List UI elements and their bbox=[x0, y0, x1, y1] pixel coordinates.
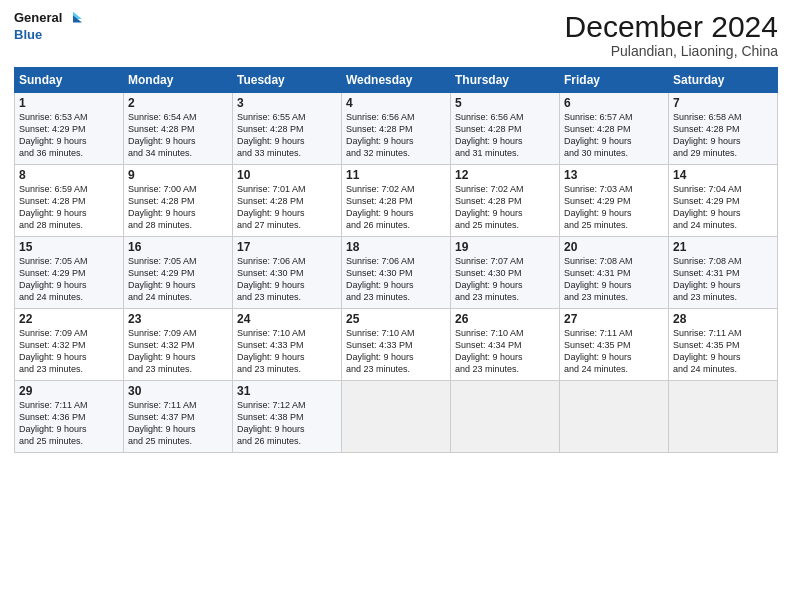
table-row: 12Sunrise: 7:02 AMSunset: 4:28 PMDayligh… bbox=[451, 165, 560, 237]
title-block: December 2024 Pulandian, Liaoning, China bbox=[565, 10, 778, 59]
table-row: 31Sunrise: 7:12 AMSunset: 4:38 PMDayligh… bbox=[233, 381, 342, 453]
col-monday: Monday bbox=[124, 68, 233, 93]
col-tuesday: Tuesday bbox=[233, 68, 342, 93]
calendar-row-5: 29Sunrise: 7:11 AMSunset: 4:36 PMDayligh… bbox=[15, 381, 778, 453]
table-row: 29Sunrise: 7:11 AMSunset: 4:36 PMDayligh… bbox=[15, 381, 124, 453]
calendar-header-row: Sunday Monday Tuesday Wednesday Thursday… bbox=[15, 68, 778, 93]
table-row: 22Sunrise: 7:09 AMSunset: 4:32 PMDayligh… bbox=[15, 309, 124, 381]
table-row: 7Sunrise: 6:58 AMSunset: 4:28 PMDaylight… bbox=[669, 93, 778, 165]
table-row: 14Sunrise: 7:04 AMSunset: 4:29 PMDayligh… bbox=[669, 165, 778, 237]
calendar-row-4: 22Sunrise: 7:09 AMSunset: 4:32 PMDayligh… bbox=[15, 309, 778, 381]
table-row bbox=[451, 381, 560, 453]
table-row: 27Sunrise: 7:11 AMSunset: 4:35 PMDayligh… bbox=[560, 309, 669, 381]
table-row: 11Sunrise: 7:02 AMSunset: 4:28 PMDayligh… bbox=[342, 165, 451, 237]
table-row bbox=[560, 381, 669, 453]
col-saturday: Saturday bbox=[669, 68, 778, 93]
table-row: 15Sunrise: 7:05 AMSunset: 4:29 PMDayligh… bbox=[15, 237, 124, 309]
table-row: 30Sunrise: 7:11 AMSunset: 4:37 PMDayligh… bbox=[124, 381, 233, 453]
table-row: 17Sunrise: 7:06 AMSunset: 4:30 PMDayligh… bbox=[233, 237, 342, 309]
col-sunday: Sunday bbox=[15, 68, 124, 93]
calendar-subtitle: Pulandian, Liaoning, China bbox=[565, 43, 778, 59]
calendar-table: Sunday Monday Tuesday Wednesday Thursday… bbox=[14, 67, 778, 453]
table-row: 18Sunrise: 7:06 AMSunset: 4:30 PMDayligh… bbox=[342, 237, 451, 309]
table-row: 10Sunrise: 7:01 AMSunset: 4:28 PMDayligh… bbox=[233, 165, 342, 237]
table-row: 3Sunrise: 6:55 AMSunset: 4:28 PMDaylight… bbox=[233, 93, 342, 165]
table-row: 2Sunrise: 6:54 AMSunset: 4:28 PMDaylight… bbox=[124, 93, 233, 165]
table-row bbox=[669, 381, 778, 453]
table-row: 13Sunrise: 7:03 AMSunset: 4:29 PMDayligh… bbox=[560, 165, 669, 237]
col-thursday: Thursday bbox=[451, 68, 560, 93]
calendar-row-1: 1Sunrise: 6:53 AMSunset: 4:29 PMDaylight… bbox=[15, 93, 778, 165]
calendar-title: December 2024 bbox=[565, 10, 778, 43]
table-row: 25Sunrise: 7:10 AMSunset: 4:33 PMDayligh… bbox=[342, 309, 451, 381]
table-row: 16Sunrise: 7:05 AMSunset: 4:29 PMDayligh… bbox=[124, 237, 233, 309]
table-row: 19Sunrise: 7:07 AMSunset: 4:30 PMDayligh… bbox=[451, 237, 560, 309]
table-row: 6Sunrise: 6:57 AMSunset: 4:28 PMDaylight… bbox=[560, 93, 669, 165]
page-header: General Blue December 2024 Pulandian, Li… bbox=[14, 10, 778, 59]
logo: General Blue bbox=[14, 10, 82, 42]
calendar-row-3: 15Sunrise: 7:05 AMSunset: 4:29 PMDayligh… bbox=[15, 237, 778, 309]
calendar-row-2: 8Sunrise: 6:59 AMSunset: 4:28 PMDaylight… bbox=[15, 165, 778, 237]
col-friday: Friday bbox=[560, 68, 669, 93]
col-wednesday: Wednesday bbox=[342, 68, 451, 93]
table-row: 21Sunrise: 7:08 AMSunset: 4:31 PMDayligh… bbox=[669, 237, 778, 309]
table-row bbox=[342, 381, 451, 453]
page-container: General Blue December 2024 Pulandian, Li… bbox=[0, 0, 792, 612]
table-row: 28Sunrise: 7:11 AMSunset: 4:35 PMDayligh… bbox=[669, 309, 778, 381]
calendar-body: 1Sunrise: 6:53 AMSunset: 4:29 PMDaylight… bbox=[15, 93, 778, 453]
table-row: 1Sunrise: 6:53 AMSunset: 4:29 PMDaylight… bbox=[15, 93, 124, 165]
table-row: 26Sunrise: 7:10 AMSunset: 4:34 PMDayligh… bbox=[451, 309, 560, 381]
table-row: 9Sunrise: 7:00 AMSunset: 4:28 PMDaylight… bbox=[124, 165, 233, 237]
table-row: 8Sunrise: 6:59 AMSunset: 4:28 PMDaylight… bbox=[15, 165, 124, 237]
table-row: 23Sunrise: 7:09 AMSunset: 4:32 PMDayligh… bbox=[124, 309, 233, 381]
table-row: 20Sunrise: 7:08 AMSunset: 4:31 PMDayligh… bbox=[560, 237, 669, 309]
table-row: 4Sunrise: 6:56 AMSunset: 4:28 PMDaylight… bbox=[342, 93, 451, 165]
table-row: 5Sunrise: 6:56 AMSunset: 4:28 PMDaylight… bbox=[451, 93, 560, 165]
table-row: 24Sunrise: 7:10 AMSunset: 4:33 PMDayligh… bbox=[233, 309, 342, 381]
